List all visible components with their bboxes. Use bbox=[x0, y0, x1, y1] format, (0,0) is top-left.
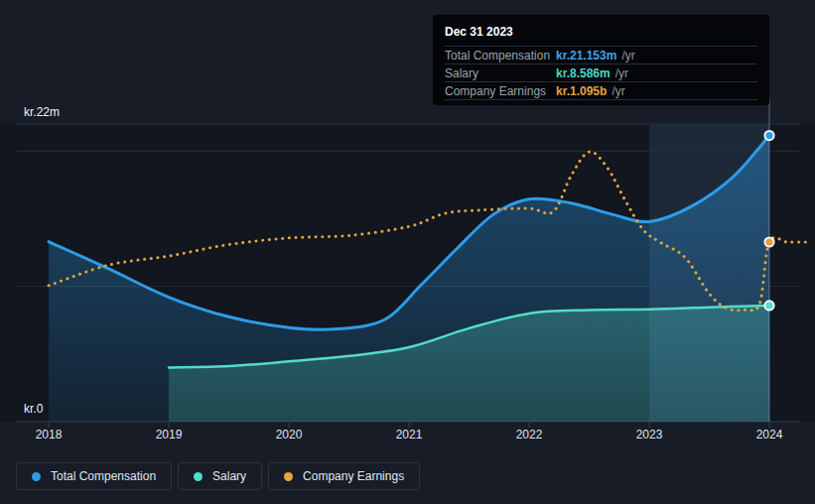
series-color-dot-icon bbox=[194, 472, 203, 481]
tooltip-label: Total Compensation bbox=[445, 49, 556, 63]
tooltip-value: kr.1.095b bbox=[556, 84, 607, 98]
legend-item-company-earnings[interactable]: Company Earnings bbox=[268, 462, 420, 490]
tooltip-label: Salary bbox=[445, 66, 556, 80]
tooltip-row-company-earnings: Company Earnings kr.1.095b /yr bbox=[445, 82, 757, 100]
svg-text:2018: 2018 bbox=[36, 428, 63, 441]
legend-item-salary[interactable]: Salary bbox=[178, 462, 262, 490]
svg-text:kr.22m: kr.22m bbox=[24, 105, 60, 119]
tooltip-value: kr.8.586m bbox=[556, 66, 611, 80]
svg-text:2022: 2022 bbox=[516, 428, 543, 441]
tooltip-value: kr.21.153m bbox=[556, 49, 616, 63]
chart-legend: Total Compensation Salary Company Earnin… bbox=[16, 462, 420, 490]
tooltip-unit: /yr bbox=[621, 49, 634, 63]
tooltip-unit: /yr bbox=[611, 84, 624, 98]
legend-label: Total Compensation bbox=[51, 469, 156, 483]
legend-item-total-compensation[interactable]: Total Compensation bbox=[16, 462, 172, 490]
series-color-dot-icon bbox=[284, 472, 293, 481]
tooltip-row-salary: Salary kr.8.586m /yr bbox=[445, 64, 757, 82]
svg-text:kr.0: kr.0 bbox=[24, 402, 44, 416]
tooltip-label: Company Earnings bbox=[445, 84, 556, 98]
tooltip-date: Dec 31 2023 bbox=[445, 21, 757, 47]
tooltip-row-total-compensation: Total Compensation kr.21.153m /yr bbox=[445, 47, 757, 64]
svg-text:2019: 2019 bbox=[156, 428, 183, 441]
tooltip-unit: /yr bbox=[615, 66, 628, 80]
executive-compensation-chart: 2018201920202021202220232024kr.22mkr.0 D… bbox=[0, 0, 815, 504]
series-color-dot-icon bbox=[32, 472, 41, 481]
svg-text:2021: 2021 bbox=[396, 428, 423, 441]
chart-tooltip: Dec 31 2023 Total Compensation kr.21.153… bbox=[433, 15, 769, 105]
svg-text:2024: 2024 bbox=[756, 428, 783, 441]
svg-text:2020: 2020 bbox=[276, 428, 303, 441]
legend-label: Salary bbox=[212, 469, 246, 483]
svg-text:2023: 2023 bbox=[636, 428, 663, 441]
legend-label: Company Earnings bbox=[303, 469, 404, 483]
